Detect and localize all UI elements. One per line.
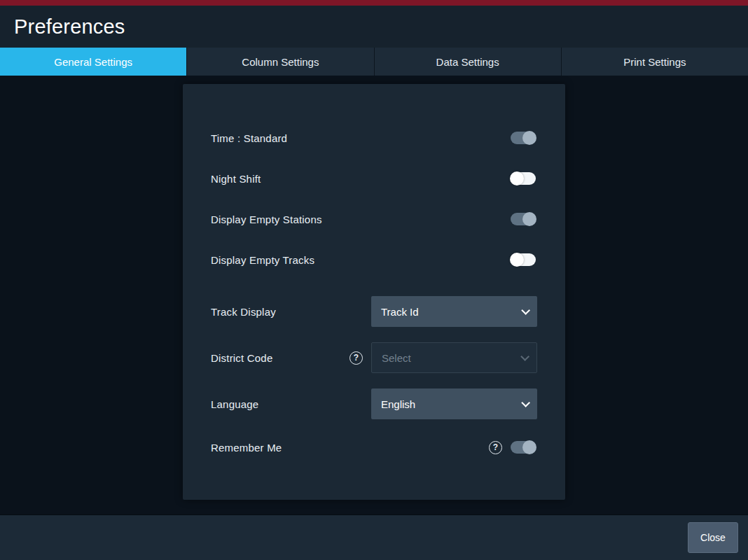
preferences-window: Preferences General Settings Column Sett… [0, 0, 748, 560]
display-empty-stations-toggle[interactable] [511, 213, 536, 225]
select-value: Select [382, 352, 520, 364]
setting-row-track-display: Track Display Track Id [211, 288, 537, 335]
district-code-select[interactable]: Select [371, 342, 537, 373]
night-shift-toggle[interactable] [511, 172, 536, 185]
chevron-down-icon [520, 352, 529, 361]
setting-row-district-code: District Code ? Select [211, 335, 537, 381]
page-title: Preferences [14, 15, 125, 38]
district-code-help-icon[interactable]: ? [349, 351, 363, 365]
setting-label: District Code [211, 352, 349, 364]
toggle-knob [510, 253, 524, 267]
tab-data-settings[interactable]: Data Settings [375, 48, 562, 76]
track-display-select[interactable]: Track Id [371, 296, 537, 327]
tab-bar: General Settings Column Settings Data Se… [0, 48, 748, 76]
setting-row-display-empty-stations: Display Empty Stations [211, 199, 537, 239]
top-accent-strip [0, 0, 748, 6]
setting-label: Track Display [211, 306, 371, 318]
display-empty-tracks-toggle[interactable] [511, 253, 536, 266]
toggle-knob [522, 131, 536, 145]
remember-me-help-icon[interactable]: ? [489, 441, 502, 454]
setting-label: Night Shift [211, 173, 511, 185]
setting-label: Time : Standard [211, 132, 511, 144]
tab-print-settings[interactable]: Print Settings [562, 48, 748, 76]
setting-label: Display Empty Tracks [211, 254, 511, 266]
select-value: Track Id [381, 306, 521, 318]
toggle-knob [510, 172, 524, 186]
chevron-down-icon [521, 306, 530, 315]
setting-label: Display Empty Stations [211, 214, 511, 225]
toggle-knob [522, 440, 536, 454]
remember-me-toggle[interactable] [511, 441, 536, 454]
tab-column-settings[interactable]: Column Settings [187, 48, 374, 76]
tab-general-settings[interactable]: General Settings [0, 48, 187, 76]
setting-row-display-empty-tracks: Display Empty Tracks [211, 239, 537, 280]
toggle-knob [522, 212, 536, 226]
setting-row-language: Language English [211, 381, 537, 427]
header: Preferences [0, 6, 748, 48]
time-standard-toggle[interactable] [511, 132, 536, 144]
setting-row-night-shift: Night Shift [211, 158, 537, 199]
setting-label: Language [211, 398, 371, 410]
settings-panel: Time : Standard Night Shift Display Empt… [183, 84, 565, 500]
setting-label: Remember Me [211, 442, 489, 454]
content-area: Time : Standard Night Shift Display Empt… [0, 76, 748, 514]
select-value: English [381, 398, 521, 410]
setting-row-remember-me: Remember Me ? [211, 427, 537, 468]
close-button[interactable]: Close [688, 522, 738, 553]
chevron-down-icon [521, 398, 530, 407]
setting-row-time-standard: Time : Standard [211, 118, 537, 158]
language-select[interactable]: English [371, 388, 537, 419]
footer-bar: Close [0, 514, 748, 560]
